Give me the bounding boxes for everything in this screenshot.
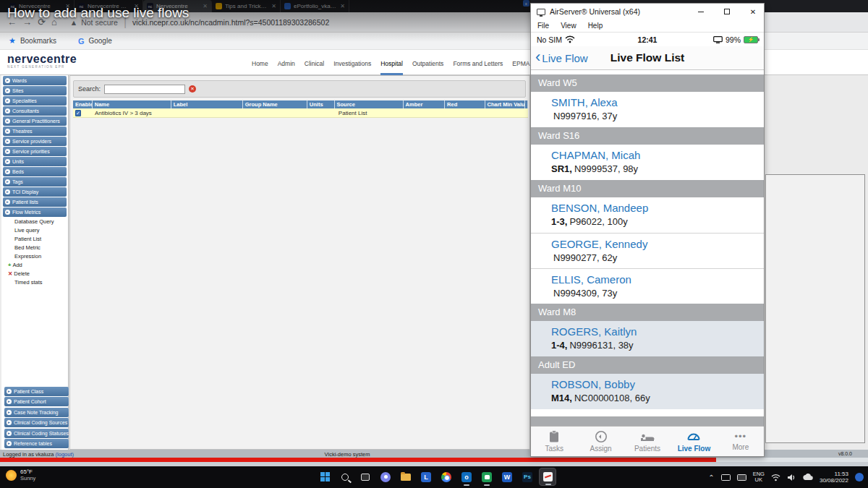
phone-clock: 12:41 [638, 35, 658, 44]
bookmarks-label[interactable]: Bookmarks [20, 37, 56, 45]
logout-link[interactable]: (logout) [56, 451, 74, 458]
task-view-button[interactable] [357, 468, 374, 486]
tab-label: ePortfolio_vkaluza_0 [294, 3, 337, 9]
sidebar-item-theatres[interactable]: ▸Theatres [3, 127, 67, 136]
submenu-add[interactable]: +Add [1, 260, 68, 269]
tab-close-icon[interactable]: ✕ [271, 3, 276, 9]
submenu-bed-metric[interactable]: Bed Metric [1, 243, 68, 252]
tab-patients[interactable]: Patients [624, 427, 671, 456]
tab-more[interactable]: ••• More [718, 427, 764, 456]
sidebar-item-patient-cohort[interactable]: ▸Patient Cohort [4, 397, 69, 406]
tab-close-icon[interactable]: ✕ [203, 3, 208, 9]
screen-mirroring-icon [713, 36, 723, 43]
sidebar-item-general-practitioners[interactable]: ▸General Practitioners [3, 116, 67, 126]
table-row[interactable]: ✓ Antibiotics IV > 3 days Patient List [73, 108, 528, 118]
submenu-timed-stats[interactable]: Timed stats [1, 278, 68, 286]
patient-name: BENSON, Mandeep [551, 201, 764, 215]
nav-forms-and-letters[interactable]: Forms and Letters [453, 60, 503, 75]
sidebar-item-tags[interactable]: ▸Tags [3, 177, 67, 187]
patient-row[interactable]: GEORGE, Kennedy N9990277, 62y [531, 233, 764, 268]
sidebar-item-clinical-coding-sources[interactable]: ▸Clinical Coding Sources [4, 418, 69, 427]
sidebar-item-clinical-coding-statuses[interactable]: ▸Clinical Coding Statuses [4, 429, 69, 438]
tab-close-icon[interactable]: ✕ [340, 3, 345, 9]
airserver-titlebar[interactable]: AirServer® Universal (x64) ✕ [531, 4, 764, 20]
menu-view[interactable]: View [561, 22, 576, 30]
bookmark-google[interactable]: Google [88, 37, 111, 45]
close-button[interactable]: ✕ [742, 4, 764, 20]
hidden-icons-chevron[interactable]: ⌃ [708, 474, 714, 481]
file-explorer-button[interactable] [397, 468, 414, 486]
patient-row[interactable]: ROBSON, Bobby M14,NC00000108, 66y [531, 374, 764, 409]
sidebar-item-beds[interactable]: ▸Beds [3, 167, 67, 176]
patient-row[interactable]: BENSON, Mandeep 1-3,P96022, 100y [531, 197, 764, 233]
nav-epma[interactable]: EPMA [512, 60, 529, 75]
sidebar-item-wards[interactable]: ▸Wards [3, 76, 67, 85]
nav-outpatients[interactable]: Outpatients [412, 60, 443, 75]
logged-in-status: Logged in as vkaluza (logout) [3, 451, 74, 458]
sidebar-item-service-providers[interactable]: ▸Service providers [3, 137, 67, 146]
browser-tab[interactable]: ePortfolio_vkaluza_0✕ [281, 0, 349, 12]
sidebar-item-specialties[interactable]: ▸Specialties [3, 96, 67, 106]
sidebar-item-sites[interactable]: ▸Sites [3, 86, 67, 95]
sidebar-item-tci-display[interactable]: ▸TCI Display [3, 187, 67, 197]
back-button[interactable]: ‹Live Flow [531, 52, 588, 64]
submenu-delete[interactable]: ✕Delete [1, 269, 68, 278]
virtual-touchpad-icon[interactable] [737, 474, 746, 481]
photoshop-button[interactable]: Ps [519, 468, 536, 486]
sidebar-item-flow-metrics[interactable]: ▸Flow Metrics [3, 207, 67, 217]
search-button[interactable] [336, 468, 354, 486]
l-app-button[interactable]: L [417, 468, 435, 486]
onedrive-cloud-icon[interactable] [802, 474, 813, 481]
volume-icon[interactable] [787, 474, 796, 481]
clear-search-icon[interactable]: ✕ [189, 85, 196, 93]
nav-investigations[interactable]: Investigations [333, 60, 371, 75]
word-button[interactable]: W [498, 468, 516, 486]
phone-nav-bar: ‹Live Flow Live Flow List [531, 46, 764, 70]
submenu-expression[interactable]: Expression [1, 252, 68, 260]
menu-help[interactable]: Help [588, 22, 603, 30]
submenu-live-query[interactable]: Live query [1, 226, 68, 234]
chat-icon [482, 472, 492, 482]
sidebar-item-consultants[interactable]: ▸Consultants [3, 106, 67, 116]
tab-live-flow-active[interactable]: Live Flow [671, 427, 717, 456]
tray-clock[interactable]: 11:5330/08/2022 [820, 471, 848, 484]
sidebar-item-case-note-tracking[interactable]: ▸Case Note Tracking [4, 408, 69, 417]
outlook-button[interactable]: o [458, 468, 475, 486]
start-button[interactable] [316, 468, 333, 486]
patient-name: CHAPMAN, Micah [551, 148, 764, 163]
submenu-patient-list[interactable]: Patient List [1, 234, 68, 243]
patient-row[interactable]: ELLIS, Cameron N9994309, 73y [531, 268, 764, 304]
sidebar-item-units[interactable]: ▸Units [3, 157, 67, 166]
minimize-button[interactable] [690, 4, 712, 20]
submenu-database-query[interactable]: Database Query [1, 217, 68, 226]
snip-tool-button-active[interactable] [539, 468, 556, 486]
maximize-button[interactable] [716, 4, 738, 20]
weather-widget[interactable]: 65°F Sunny [6, 468, 35, 481]
patient-row[interactable]: SMITH, Alexa N9997916, 37y [531, 92, 764, 127]
language-indicator[interactable]: ENGUK [753, 471, 765, 483]
search-input[interactable] [104, 85, 185, 94]
patient-row[interactable]: CHAPMAN, Micah SR1,N9999537, 98y [531, 145, 764, 180]
section-header-ward-s16: Ward S16 [531, 127, 764, 145]
nav-hospital-active[interactable]: Hospital [380, 60, 403, 75]
nav-clinical[interactable]: Clinical [305, 60, 324, 75]
tab-tasks[interactable]: Tasks [531, 427, 577, 456]
touch-keyboard-icon[interactable] [721, 474, 731, 481]
patient-row[interactable]: ROGERS, Kaitlyn 1-4,N9996131, 38y [531, 321, 764, 356]
sidebar-item-patient-class[interactable]: ▸Patient Class [4, 387, 69, 396]
chrome-button[interactable] [438, 468, 455, 486]
nav-admin[interactable]: Admin [278, 60, 295, 75]
enabled-checkbox[interactable]: ✓ [75, 110, 81, 116]
browser-tab[interactable]: Tips and Tricks Webi✕ [212, 0, 281, 12]
tab-assign[interactable]: Assign [577, 427, 624, 456]
sidebar-item-service-priorities[interactable]: ▸Service priorities [3, 147, 67, 156]
sidebar-item-reference-tables[interactable]: ▸Reference tables [4, 439, 69, 448]
carrier-label: No SIM [537, 35, 562, 44]
notification-center-icon[interactable] [855, 473, 864, 481]
nav-home[interactable]: Home [252, 60, 268, 75]
network-icon[interactable] [771, 474, 780, 481]
teams-chat-button[interactable] [377, 468, 394, 486]
sidebar-item-patient-lists[interactable]: ▸Patient lists [3, 197, 67, 207]
green-app-button[interactable] [478, 468, 495, 486]
menu-file[interactable]: File [537, 22, 549, 30]
